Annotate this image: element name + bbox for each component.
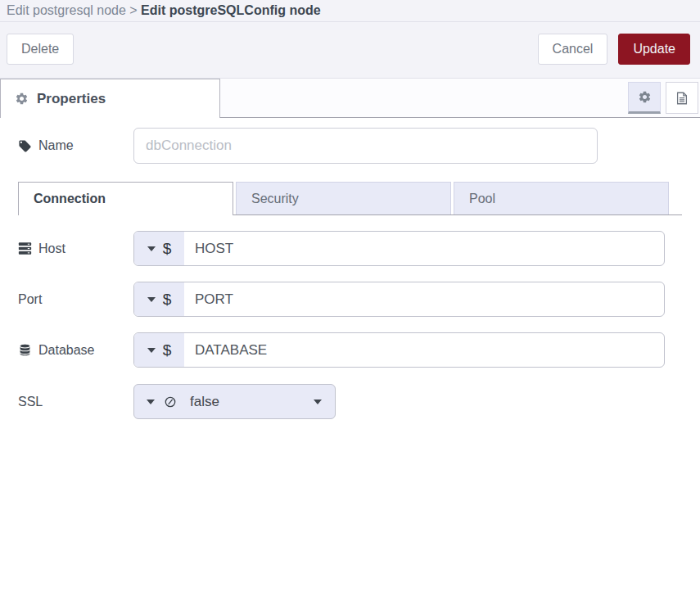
name-label: Name xyxy=(18,138,133,153)
ssl-label: SSL xyxy=(18,395,133,409)
bool-icon xyxy=(164,395,177,409)
database-type-select-button[interactable]: $ xyxy=(134,333,184,367)
ssl-label-text: SSL xyxy=(18,395,43,409)
update-button[interactable]: Update xyxy=(618,34,690,65)
host-input[interactable] xyxy=(184,232,664,265)
breadcrumb: Edit postgresql node > Edit postgreSQLCo… xyxy=(0,0,700,22)
tab-security[interactable]: Security xyxy=(236,182,451,215)
ssl-field-row: SSL false xyxy=(18,384,682,419)
host-type-select-button[interactable]: $ xyxy=(134,232,184,265)
tag-icon xyxy=(18,139,32,153)
server-icon xyxy=(18,242,32,255)
database-label-text: Database xyxy=(38,343,95,358)
description-button[interactable] xyxy=(666,82,698,114)
chevron-down-icon xyxy=(147,297,156,302)
config-tab-bar: Connection Security Pool xyxy=(18,182,682,215)
properties-tab-label: Properties xyxy=(37,91,106,107)
tab-pool[interactable]: Pool xyxy=(454,182,669,215)
name-input[interactable] xyxy=(133,128,598,164)
gear-icon xyxy=(15,92,29,106)
tab-connection[interactable]: Connection xyxy=(18,182,233,215)
database-label: Database xyxy=(18,343,133,358)
delete-button[interactable]: Delete xyxy=(7,34,74,65)
port-typed-input: $ xyxy=(133,282,665,317)
database-typed-input: $ xyxy=(133,332,665,368)
env-var-type-icon: $ xyxy=(163,240,172,258)
cancel-button[interactable]: Cancel xyxy=(538,34,608,65)
port-field-row: Port $ xyxy=(18,282,682,317)
port-type-select-button[interactable]: $ xyxy=(134,282,184,316)
env-var-type-icon: $ xyxy=(163,291,172,309)
edit-properties-button[interactable] xyxy=(628,82,661,114)
database-input[interactable] xyxy=(184,333,664,367)
port-input[interactable] xyxy=(184,282,664,316)
ssl-selected-value: false xyxy=(190,394,219,410)
host-label-text: Host xyxy=(38,242,65,256)
dialog-toolbar: Delete Cancel Update xyxy=(0,22,700,79)
host-typed-input: $ xyxy=(133,231,665,266)
tab-properties[interactable]: Properties xyxy=(0,79,220,118)
breadcrumb-current: Edit postgreSQLConfig node xyxy=(141,3,321,17)
chevron-down-icon xyxy=(314,400,322,404)
panel-tab-buttons xyxy=(628,79,700,118)
database-field-row: Database $ xyxy=(18,332,682,368)
name-label-text: Name xyxy=(38,138,74,153)
breadcrumb-separator: > xyxy=(126,3,141,17)
ssl-dropdown[interactable]: false xyxy=(133,384,336,419)
panel-tab-bar: Properties xyxy=(0,79,700,118)
doc-icon xyxy=(675,91,689,106)
chevron-down-icon xyxy=(147,348,156,353)
env-var-type-icon: $ xyxy=(163,341,172,359)
port-label: Port xyxy=(18,292,133,307)
dialog-header: Edit postgresql node > Edit postgreSQLCo… xyxy=(0,0,700,79)
chevron-down-icon xyxy=(147,400,155,404)
name-field-row: Name xyxy=(18,128,682,164)
port-label-text: Port xyxy=(18,292,42,307)
host-field-row: Host $ xyxy=(18,231,682,266)
node-edit-form: Name Connection Security Pool Host $ Por… xyxy=(0,118,700,419)
breadcrumb-parent-link[interactable]: Edit postgresql node xyxy=(7,3,126,17)
gear-icon xyxy=(638,90,652,104)
host-label: Host xyxy=(18,242,133,256)
database-icon xyxy=(18,343,32,357)
chevron-down-icon xyxy=(147,246,156,251)
